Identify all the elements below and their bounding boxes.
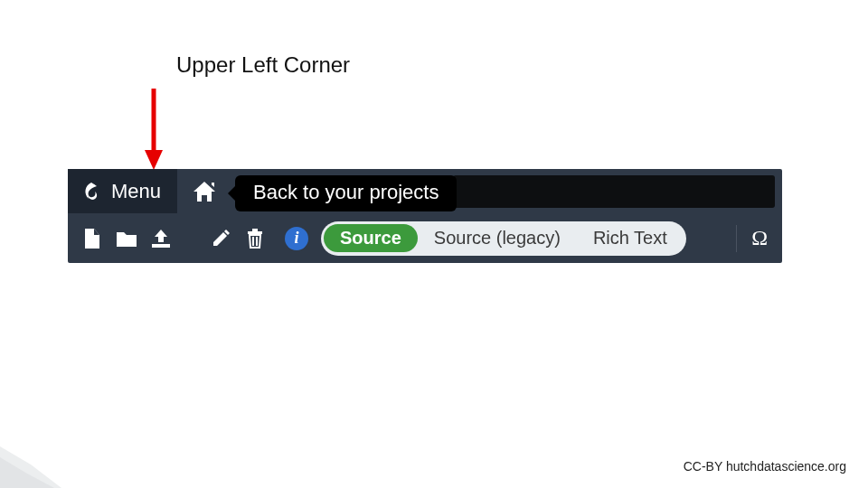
home-tooltip-text: Back to your projects: [253, 181, 439, 204]
annotation-label: Upper Left Corner: [176, 52, 350, 78]
title-bar-fill: [453, 175, 775, 208]
annotation-arrow-icon: [143, 87, 165, 172]
divider: [736, 225, 737, 252]
editor-mode-source[interactable]: Source: [324, 224, 418, 252]
editor-mode-source-legacy[interactable]: Source (legacy): [418, 224, 577, 252]
pencil-icon: [211, 229, 231, 249]
upload-icon: [149, 228, 173, 249]
new-file-button[interactable]: [79, 225, 106, 252]
editor-mode-rich-text[interactable]: Rich Text: [577, 224, 684, 252]
new-file-icon: [82, 228, 102, 249]
toolbar-row-top: Menu Back to your projects: [68, 169, 782, 213]
svg-rect-4: [252, 229, 258, 231]
omega-icon: Ω: [751, 226, 768, 249]
slide-corner-decoration-icon: [0, 446, 61, 488]
rename-button[interactable]: [207, 225, 234, 252]
upload-button[interactable]: [147, 225, 175, 252]
info-icon: i: [294, 229, 298, 248]
menu-button[interactable]: Menu: [68, 169, 177, 213]
attribution-text: CC-BY hutchdatascience.org: [684, 459, 846, 474]
toolbar-row-bottom: i Source Source (legacy) Rich Text Ω: [68, 213, 782, 263]
home-tooltip: Back to your projects: [235, 175, 457, 211]
overleaf-logo-icon: [80, 181, 102, 202]
svg-marker-1: [145, 150, 163, 170]
special-character-button[interactable]: Ω: [750, 226, 773, 250]
editor-mode-switch: Source Source (legacy) Rich Text: [321, 221, 686, 256]
delete-button[interactable]: [241, 225, 269, 252]
trash-icon: [245, 228, 265, 249]
new-folder-button[interactable]: [113, 225, 140, 252]
svg-rect-3: [248, 231, 262, 234]
info-button[interactable]: i: [285, 227, 308, 250]
folder-icon: [115, 229, 138, 249]
app-toolbar: Menu Back to your projects: [68, 169, 782, 263]
home-button[interactable]: [177, 169, 231, 213]
menu-label: Menu: [111, 180, 161, 203]
home-icon: [192, 180, 217, 203]
svg-rect-2: [152, 244, 170, 248]
